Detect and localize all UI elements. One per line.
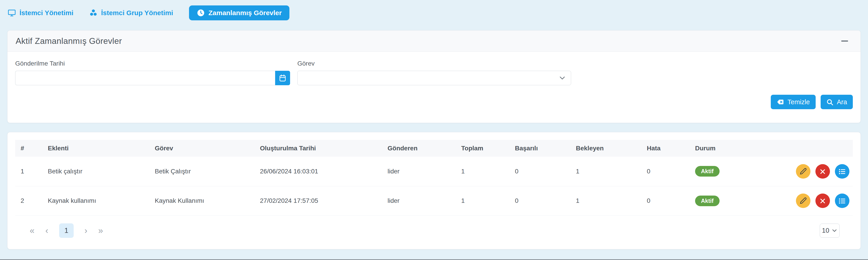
tab-zamanlanmis-gorevler[interactable]: Zamanlanmış Görevler [189, 5, 289, 20]
cell-actions [787, 157, 853, 186]
table-footer: « ‹ 1 › » 10 [15, 216, 853, 245]
cell-bekleyen: 1 [570, 186, 641, 216]
cell-toplam: 1 [456, 186, 509, 216]
backspace-icon [777, 98, 784, 106]
pagination: « ‹ 1 › » [30, 223, 103, 238]
col-header-actions [787, 140, 853, 157]
page-size-value: 10 [822, 227, 829, 234]
close-icon [818, 167, 827, 176]
chevron-down-icon [832, 228, 837, 233]
monitor-icon [8, 9, 16, 17]
col-header-hata: Hata [641, 140, 690, 157]
pencil-icon [799, 167, 807, 176]
cell-toplam: 1 [456, 157, 509, 186]
chevron-down-icon [559, 74, 566, 82]
clear-button[interactable]: Temizle [771, 95, 816, 109]
search-icon [826, 98, 834, 106]
top-nav: İstemci Yönetimi İstemci Grup Yönetimi Z… [0, 0, 868, 23]
col-header-basarili: Başarılı [509, 140, 570, 157]
col-header-olusturulma-tarihi: Oluşturulma Tarihi [254, 140, 382, 157]
cell-durum: Aktif [690, 186, 787, 216]
tab-label: İstemci Grup Yönetimi [101, 9, 173, 17]
pagination-prev-button[interactable]: ‹ [45, 226, 48, 235]
page-size-select[interactable]: 10 [820, 224, 840, 237]
cell-index: 2 [15, 186, 42, 216]
delete-button[interactable] [815, 164, 830, 179]
cell-basarili: 0 [509, 157, 570, 186]
clear-button-label: Temizle [787, 98, 810, 106]
col-header-durum: Durum [690, 140, 787, 157]
edit-button[interactable] [796, 193, 810, 208]
tab-label: İstemci Yönetimi [20, 9, 73, 17]
cell-gonderen: lider [382, 157, 456, 186]
details-button[interactable] [835, 193, 849, 208]
col-header-bekleyen: Bekleyen [570, 140, 641, 157]
cell-eklenti: Betik çalıştır [42, 157, 149, 186]
cell-olusturulma-tarihi: 26/06/2024 16:03:01 [254, 157, 382, 186]
cell-hata: 0 [641, 186, 690, 216]
cell-gorev: Kaynak Kullanımı [149, 186, 254, 216]
calendar-icon [279, 74, 287, 82]
collapse-button[interactable] [840, 37, 849, 46]
cell-gorev: Betik Çalıştır [149, 157, 254, 186]
filter-actions-row: Temizle Ara [15, 85, 853, 123]
col-header-toplam: Toplam [456, 140, 509, 157]
edit-button[interactable] [796, 164, 810, 179]
tab-istemci-yonetimi[interactable]: İstemci Yönetimi [8, 9, 73, 17]
cubes-icon [89, 9, 97, 17]
task-filter-field: Görev [297, 60, 571, 85]
calendar-button[interactable] [275, 71, 290, 85]
close-icon [818, 197, 827, 205]
col-header-gorev: Görev [149, 140, 254, 157]
search-button[interactable]: Ara [820, 95, 853, 109]
cell-basarili: 0 [509, 186, 570, 216]
col-header-index: # [15, 140, 42, 157]
table-row: 2 Kaynak kullanımı Kaynak Kullanımı 27/0… [15, 186, 853, 216]
filters-row: Gönderilme Tarihi Görev [15, 60, 853, 85]
filter-panel-body: Gönderilme Tarihi Görev [7, 52, 861, 123]
col-header-gonderen: Gönderen [382, 140, 456, 157]
pencil-icon [799, 196, 807, 205]
minus-icon [841, 40, 848, 42]
delete-button[interactable] [815, 193, 830, 208]
cell-actions [787, 186, 853, 216]
cell-gonderen: lider [382, 186, 456, 216]
pagination-current-page[interactable]: 1 [59, 223, 74, 238]
tab-istemci-grup-yonetimi[interactable]: İstemci Grup Yönetimi [89, 9, 173, 17]
cell-eklenti: Kaynak kullanımı [42, 186, 149, 216]
date-filter-field: Gönderilme Tarihi [15, 60, 290, 85]
cell-hata: 0 [641, 157, 690, 186]
table-panel: # Eklenti Görev Oluşturulma Tarihi Gönde… [7, 132, 861, 249]
date-input[interactable] [15, 71, 275, 85]
task-filter-label: Görev [297, 60, 571, 67]
table-header-row: # Eklenti Görev Oluşturulma Tarihi Gönde… [15, 140, 853, 157]
date-filter-label: Gönderilme Tarihi [15, 60, 290, 67]
status-badge: Aktif [695, 195, 719, 206]
cell-olusturulma-tarihi: 27/02/2024 17:57:05 [254, 186, 382, 216]
filter-panel: Aktif Zamanlanmış Görevler Gönderilme Ta… [7, 30, 861, 123]
tab-label: Zamanlanmış Görevler [209, 9, 282, 17]
list-icon [838, 167, 846, 176]
col-header-eklenti: Eklenti [42, 140, 149, 157]
pagination-first-button[interactable]: « [30, 226, 34, 235]
filter-panel-header: Aktif Zamanlanmış Görevler [7, 31, 861, 52]
page-title: Aktif Zamanlanmış Görevler [16, 36, 122, 46]
tasks-table: # Eklenti Görev Oluşturulma Tarihi Gönde… [15, 140, 853, 216]
list-icon [838, 197, 846, 205]
status-badge: Aktif [695, 166, 719, 177]
date-input-group [15, 71, 290, 85]
cell-bekleyen: 1 [570, 157, 641, 186]
task-select[interactable] [297, 71, 571, 85]
search-button-label: Ara [837, 98, 847, 106]
pagination-next-button[interactable]: › [85, 226, 88, 235]
cell-index: 1 [15, 157, 42, 186]
clock-icon [197, 9, 205, 17]
pagination-last-button[interactable]: » [98, 226, 103, 235]
table-row: 1 Betik çalıştır Betik Çalıştır 26/06/20… [15, 157, 853, 186]
details-button[interactable] [835, 164, 849, 179]
cell-durum: Aktif [690, 157, 787, 186]
